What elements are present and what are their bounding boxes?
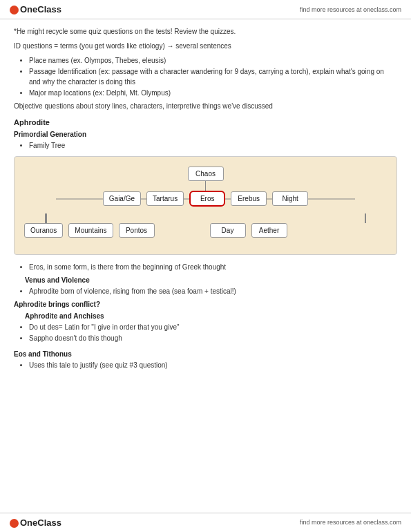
footer-tagline: find more resources at oneclass.com	[300, 519, 401, 526]
tree-node-ouranos: Ouranos	[24, 223, 63, 238]
list-item: Major map locations (ex: Delphi, Mt. Oly…	[29, 88, 397, 98]
footer-logo-text: OneClass	[20, 517, 61, 528]
tree-node-pontos: Pontos	[119, 223, 155, 238]
sub-venus: Venus and Violence	[25, 276, 397, 284]
sub-primordial: Primordial Generation	[14, 131, 397, 138]
section-aphrodite: Aphrodite	[14, 118, 397, 126]
tree-node-aether: Aether	[251, 223, 287, 238]
family-tree-intro-list: Family Tree	[29, 140, 397, 151]
tree-node-gaia: Gaia/Ge	[103, 191, 141, 206]
family-tree-diagram: Chaos Gaia/Ge Tartarus Eros Erebus Night	[14, 156, 397, 255]
note2: ID questions = terms (you get words like…	[14, 41, 397, 51]
logo-circle-icon	[10, 6, 19, 15]
list-item-family: Family Tree	[29, 140, 397, 151]
footer-logo-circle-icon	[10, 519, 19, 528]
sub-eos: Eos and Tithonus	[14, 350, 397, 358]
eos-list: Uses this tale to justify (see quiz #3 q…	[29, 360, 397, 370]
tree-row-2: Gaia/Ge Tartarus Eros Erebus Night	[21, 191, 390, 207]
eros-list: Eros, in some form, is there from the be…	[29, 262, 397, 272]
list-item: Place names (ex. Olympos, Thebes, eleusi…	[29, 55, 397, 66]
header: OneClass find more resources at oneclass…	[0, 0, 411, 19]
list-item-eos: Uses this tale to justify (see quiz #3 q…	[29, 360, 397, 370]
header-logo: OneClass	[10, 4, 61, 15]
footer-logo: OneClass	[10, 517, 61, 528]
tree-node-mountains: Mountains	[68, 223, 113, 238]
tree-node-tartarus: Tartarus	[146, 191, 184, 206]
tree-node-erebus: Erebus	[231, 191, 267, 206]
tree-row-1: Chaos	[21, 167, 390, 181]
list-item-eros: Eros, in some form, is there from the be…	[29, 262, 397, 272]
tree-node-night: Night	[272, 191, 308, 206]
list-item-sappho: Sappho doesn't do this though	[29, 333, 397, 343]
note1: *He might recycle some quiz questions on…	[14, 26, 397, 37]
tree-node-chaos: Chaos	[188, 167, 224, 181]
sub-anchises: Aphrodite and Anchises	[25, 312, 397, 320]
list-item-do-ut-des: Do ut des= Latin for "I give in order th…	[29, 322, 397, 332]
venus-list: Aphrodite born of violence, rising from …	[29, 286, 397, 296]
header-tagline: find more resources at oneclass.com	[300, 6, 401, 13]
note3: Objective questions about story lines, c…	[14, 101, 397, 111]
tree-node-day: Day	[210, 223, 246, 238]
tree-node-eros: Eros	[189, 191, 225, 207]
footer: OneClass find more resources at oneclass…	[0, 513, 411, 532]
main-content: *He might recycle some quiz questions on…	[0, 19, 411, 408]
main-bullet-list: Place names (ex. Olympos, Thebes, eleusi…	[29, 55, 397, 98]
sub-conflict: Aphrodite brings conflict?	[14, 301, 397, 308]
tree-row-3: Ouranos Mountains Pontos Day Aether	[21, 223, 390, 238]
anchises-list: Do ut des= Latin for "I give in order th…	[29, 322, 397, 343]
logo-text: OneClass	[20, 4, 61, 15]
list-item: Passage Identification (ex: passage with…	[29, 66, 397, 87]
list-item-venus: Aphrodite born of violence, rising from …	[29, 286, 397, 296]
